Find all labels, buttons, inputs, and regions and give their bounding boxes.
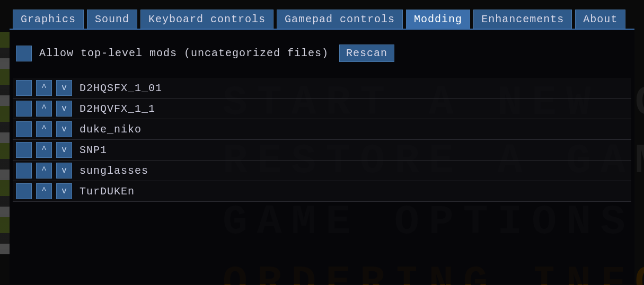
mod-name-label: sunglasses xyxy=(76,165,148,177)
allow-top-level-mods-label: Allow top-level mods (uncategorized file… xyxy=(39,47,329,59)
tab-modding[interactable]: Modding xyxy=(406,10,470,29)
tab-graphics[interactable]: Graphics xyxy=(13,10,84,29)
mod-name-label: TurDUKEn xyxy=(76,185,135,198)
mod-name-label: D2HQSFX_1_01 xyxy=(76,82,162,94)
mod-name-label: SNP1 xyxy=(76,144,107,156)
tab-keyboard-controls[interactable]: Keyboard controls xyxy=(140,10,274,29)
tab-enhancements[interactable]: Enhancements xyxy=(473,10,572,29)
move-down-button[interactable]: v xyxy=(56,121,72,137)
rescan-button[interactable]: Rescan xyxy=(339,44,394,62)
mod-enable-checkbox[interactable] xyxy=(16,163,32,179)
allow-top-level-mods-checkbox[interactable] xyxy=(16,46,32,61)
mod-name-label: D2HQVFX_1_1 xyxy=(76,103,155,115)
mod-row: ^ v D2HQSFX_1_01 xyxy=(13,78,631,99)
mod-enable-checkbox[interactable] xyxy=(16,80,32,96)
move-up-button[interactable]: ^ xyxy=(36,121,52,137)
mod-row: ^ v duke_niko xyxy=(13,119,631,140)
move-down-button[interactable]: v xyxy=(56,163,72,179)
tab-gamepad-controls[interactable]: Gamepad controls xyxy=(277,10,403,29)
move-up-button[interactable]: ^ xyxy=(36,163,52,179)
mod-row: ^ v D2HQVFX_1_1 xyxy=(13,99,631,119)
move-up-button[interactable]: ^ xyxy=(36,142,52,158)
options-panel: Graphics Sound Keyboard controls Gamepad… xyxy=(0,0,644,285)
mod-enable-checkbox[interactable] xyxy=(16,101,32,117)
tab-content-modding: Allow top-level mods (uncategorized file… xyxy=(10,29,634,284)
modding-options-row: Allow top-level mods (uncategorized file… xyxy=(10,44,634,78)
move-down-button[interactable]: v xyxy=(56,80,72,96)
tab-about[interactable]: About xyxy=(575,10,625,29)
mod-enable-checkbox[interactable] xyxy=(16,121,32,137)
mod-name-label: duke_niko xyxy=(76,123,142,136)
move-up-button[interactable]: ^ xyxy=(36,80,52,96)
mod-list: ^ v D2HQSFX_1_01 ^ v D2HQVFX_1_1 ^ v duk… xyxy=(10,78,634,202)
mod-row: ^ v sunglasses xyxy=(13,161,631,181)
mod-enable-checkbox[interactable] xyxy=(16,183,32,199)
tab-sound[interactable]: Sound xyxy=(87,10,137,29)
move-down-button[interactable]: v xyxy=(56,142,72,158)
move-up-button[interactable]: ^ xyxy=(36,101,52,117)
mod-row: ^ v TurDUKEn xyxy=(13,181,631,202)
tab-bar: Graphics Sound Keyboard controls Gamepad… xyxy=(0,0,644,29)
move-down-button[interactable]: v xyxy=(56,183,72,199)
move-up-button[interactable]: ^ xyxy=(36,183,52,199)
mod-row: ^ v SNP1 xyxy=(13,140,631,161)
move-down-button[interactable]: v xyxy=(56,101,72,117)
mod-enable-checkbox[interactable] xyxy=(16,142,32,158)
